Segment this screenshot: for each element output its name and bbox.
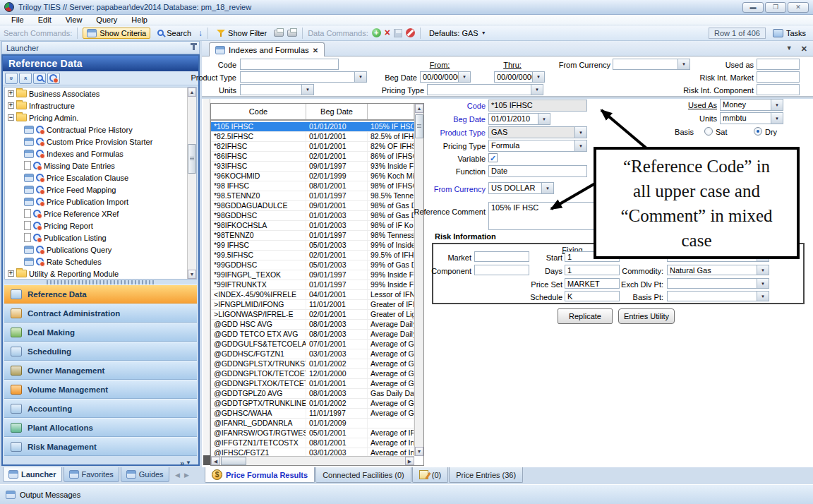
code-input[interactable]	[240, 59, 339, 70]
market-input[interactable]	[474, 251, 529, 262]
table-row[interactable]: @IFANRSW/OGT/RGTWEST 05/01/2001 Average …	[211, 428, 414, 438]
table-row[interactable]: *98TENNZ0 01/01/1997 98% Tennesse	[211, 231, 414, 241]
save-record-icon[interactable]	[394, 29, 402, 37]
search-button[interactable]: Search	[154, 28, 195, 38]
chevron-down-icon[interactable]: ▼	[757, 279, 769, 288]
bottom-tab[interactable]: (0)	[412, 467, 448, 483]
table-row[interactable]: *98GDDAGUADULCE 09/01/2001 98% of Gas Da	[211, 201, 414, 211]
scroll-down-icon[interactable]: ▼	[415, 447, 423, 456]
chevron-down-icon[interactable]: ▼	[771, 100, 783, 110]
defaults-dropdown[interactable]: Defaults: GAS ▼	[426, 28, 490, 38]
minimize-button[interactable]: ▬	[742, 2, 764, 13]
expand-icon[interactable]	[8, 270, 14, 277]
close-document-icon[interactable]: ✕	[801, 44, 807, 54]
table-row[interactable]: *99GDDHSC 05/01/2003 99% of Gas Da	[211, 260, 414, 270]
table-row[interactable]: <INDEX-.45/90%IFRELE 04/01/2001 Lessor o…	[211, 290, 414, 300]
chevron-down-icon[interactable]: ▼	[678, 59, 689, 69]
add-record-icon[interactable]	[372, 28, 381, 37]
scroll-right-icon[interactable]: ▶	[405, 457, 414, 465]
chevron-down-icon[interactable]: ▼	[757, 265, 769, 275]
launcher-section[interactable]: Plant Allocations	[4, 418, 197, 437]
scroll-left-icon[interactable]: ◀	[211, 457, 220, 465]
launcher-section[interactable]: Deal Making	[4, 323, 197, 342]
table-row[interactable]: *82IFHSC 01/01/2001 82% OF IFHSC	[211, 142, 414, 152]
chevron-down-icon[interactable]: ▼	[757, 292, 769, 301]
detail-units-select[interactable]: mmbtu▼	[720, 112, 783, 124]
table-row[interactable]: *98 IFHSC 08/01/2001 98% of IFHSC	[211, 181, 414, 191]
table-row[interactable]: @GDDNGPLTXOK/TETCETX 01/01/2001 Average …	[211, 379, 414, 389]
pricing-type-select[interactable]: ▼	[427, 84, 543, 95]
tree-search-clear-button[interactable]	[47, 73, 60, 84]
table-row[interactable]: @GDHSC/WAHA 11/01/1997 Average of Ga	[211, 409, 414, 419]
cancel-edit-icon[interactable]	[406, 28, 415, 37]
close-button[interactable]: ✕	[788, 2, 809, 13]
expand-icon[interactable]	[8, 90, 14, 97]
table-row[interactable]: @IFHSC/FGTZ1 03/01/2003 Average of Ins	[211, 448, 414, 456]
replicate-button[interactable]: Replicate	[558, 308, 613, 324]
chevron-down-icon[interactable]: ▼	[541, 183, 553, 193]
sidebar-tab[interactable]: Favorites	[64, 467, 119, 482]
tree-item[interactable]: Indexes and Formulas	[5, 148, 196, 160]
component-input[interactable]	[474, 265, 529, 275]
variable-checkbox[interactable]	[488, 153, 498, 162]
table-row[interactable]: @GDDTGPTX/TRUNKLINE 01/01/2002 Average o…	[211, 399, 414, 409]
chevron-down-icon[interactable]: ▼	[458, 72, 470, 82]
pin-icon[interactable]	[193, 45, 195, 50]
table-row[interactable]: *86IFHSC 02/01/2001 86% of IFHSC	[211, 152, 414, 162]
table-row[interactable]: *98.5TENNZ0 01/01/1997 98.5% Tenness	[211, 191, 414, 201]
detail-product-type-select[interactable]: GAS▼	[488, 126, 587, 138]
launcher-section[interactable]: Reference Data	[4, 284, 197, 304]
chevron-down-icon[interactable]: ▼	[531, 85, 543, 95]
close-tab-icon[interactable]: ✕	[313, 47, 318, 54]
collapse-all-button[interactable]: »	[5, 73, 18, 84]
table-row[interactable]: @GDDHSC/FGTZN1 03/01/2003 Average of Ga	[211, 349, 414, 359]
scroll-thumb[interactable]	[221, 457, 246, 465]
launcher-section[interactable]: Contract Administration	[4, 304, 197, 323]
risk-int-market-input[interactable]	[757, 71, 800, 83]
bottom-tab[interactable]: Price Formula Results	[205, 467, 315, 483]
chevron-down-icon[interactable]: ▼	[532, 72, 544, 82]
scroll-down-icon[interactable]: ▼	[188, 270, 196, 279]
tree-item[interactable]: Price Feed Mapping	[5, 184, 196, 196]
chevron-down-icon[interactable]: ▼	[771, 113, 783, 124]
chevron-down-icon[interactable]: ▼	[574, 127, 586, 138]
schedule-input[interactable]: K	[565, 291, 620, 301]
tasks-button[interactable]: Tasks	[769, 28, 809, 38]
basis-pt-select[interactable]: ▼	[667, 291, 769, 301]
bottom-tab[interactable]: Price Entries (36)	[449, 467, 523, 483]
print-preview-icon[interactable]	[274, 30, 284, 37]
detail-from-currency-select[interactable]: US DOLLAR▼	[488, 182, 554, 194]
price-set-input[interactable]: MARKET	[565, 278, 620, 289]
table-row[interactable]: *105 IFHSC 01/01/2010 105% IF HSC	[211, 122, 414, 132]
menu-item[interactable]: Edit	[31, 15, 59, 25]
tree-item[interactable]: Price Escalation Clause	[5, 172, 196, 184]
printer-icon[interactable]	[287, 30, 297, 37]
launcher-section[interactable]: Volume Management	[4, 380, 197, 399]
table-row[interactable]: @GDDNGPLTOK/TETCOETX 12/01/2000 Average …	[211, 369, 414, 379]
tree-scrollbar[interactable]: ▲ ▼	[187, 88, 196, 279]
document-tab[interactable]: Indexes and Formulas ✕	[209, 42, 325, 57]
expand-all-button[interactable]: »	[19, 73, 32, 84]
commodity-select[interactable]: Natural Gas▼	[667, 265, 769, 275]
exch-dlv-pt-select[interactable]: ▼	[667, 278, 769, 289]
table-row[interactable]: @GDDTGPLZ0 AVG 08/01/2003 Gas Daily Dail…	[211, 389, 414, 399]
basis-dry-radio[interactable]	[754, 127, 762, 136]
entries-utility-button[interactable]: Entries Utility	[618, 308, 675, 324]
chevron-down-icon[interactable]: ▼	[538, 114, 550, 124]
tree-item[interactable]: Rate Schedules	[5, 256, 196, 268]
table-row[interactable]: @GDDNGPLSTX/TRUNKSTX 01/01/2002 Average …	[211, 359, 414, 369]
collapsed-splitter-bar[interactable]	[203, 99, 210, 455]
tab-pager-arrows[interactable]: ◀▶	[175, 472, 193, 479]
table-row[interactable]: *93IFHSC 09/01/1997 93% Inside FER	[211, 162, 414, 172]
menu-item[interactable]: File	[4, 15, 31, 25]
tree-item[interactable]: Utility & Reporting Module	[5, 268, 196, 280]
tree-item[interactable]: Missing Date Entries	[5, 160, 196, 172]
table-row[interactable]: *99IFTRUNKTX 01/01/1997 99% Inside FER	[211, 280, 414, 290]
basis-sat-radio[interactable]	[704, 127, 713, 136]
show-criteria-button[interactable]: Show Criteria	[83, 28, 150, 39]
show-filter-button[interactable]: Show Filter	[213, 28, 270, 38]
table-row[interactable]: *99.5IFHSC 02/01/2001 99.5% of IFHS	[211, 251, 414, 260]
table-row[interactable]: *98IFKOCHSLA 01/01/2003 98% of IF Koch	[211, 221, 414, 231]
tree-item[interactable]: Pricing Report	[5, 220, 196, 232]
table-row[interactable]: *99 IFHSC 05/01/2003 99% of Inside I	[211, 241, 414, 251]
